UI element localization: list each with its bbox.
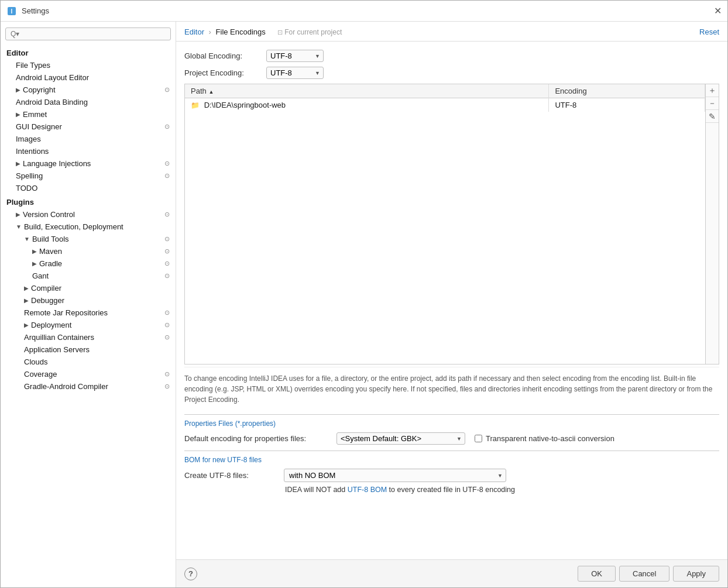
settings-icon: ⊙ bbox=[164, 160, 170, 167]
expand-icon: ▶ bbox=[24, 297, 29, 304]
sidebar-item-compiler[interactable]: ▶ Compiler bbox=[1, 282, 176, 294]
remove-row-button[interactable]: － bbox=[706, 97, 719, 110]
app-icon: I bbox=[6, 6, 17, 16]
sidebar-item-coverage[interactable]: Coverage ⊙ bbox=[1, 368, 176, 380]
cell-encoding: UTF-8 bbox=[549, 98, 705, 112]
sidebar-item-build-tools[interactable]: ▼ Build Tools ⊙ bbox=[1, 233, 176, 245]
search-container bbox=[1, 25, 176, 45]
sidebar-item-gradle[interactable]: ▶ Gradle ⊙ bbox=[1, 257, 176, 270]
folder-icon: 📁 bbox=[191, 101, 200, 109]
svg-text:I: I bbox=[11, 8, 13, 15]
sidebar-item-clouds[interactable]: Clouds bbox=[1, 356, 176, 368]
sort-icon: ▲ bbox=[208, 89, 214, 95]
sidebar-item-gradle-android[interactable]: Gradle-Android Compiler ⊙ bbox=[1, 380, 176, 393]
transparent-conversion-checkbox[interactable] bbox=[475, 435, 482, 442]
global-encoding-row: Global Encoding: UTF-8 UTF-16 ISO-8859-1 bbox=[184, 50, 719, 62]
sidebar-item-build-execution-deployment[interactable]: ▼ Build, Execution, Deployment bbox=[1, 221, 176, 233]
expand-icon: ▶ bbox=[16, 211, 20, 218]
table-row[interactable]: 📁 D:\IDEA\springboot-web UTF-8 bbox=[185, 98, 705, 112]
project-encoding-select[interactable]: UTF-8 UTF-16 ISO-8859-1 bbox=[266, 67, 324, 79]
sidebar-item-file-types[interactable]: File Types bbox=[1, 59, 176, 71]
expand-icon: ▶ bbox=[24, 285, 29, 291]
sidebar-item-gant[interactable]: Gant ⊙ bbox=[1, 270, 176, 282]
edit-row-button[interactable]: ✎ bbox=[706, 110, 719, 123]
table-actions: ＋ － ✎ bbox=[705, 84, 719, 364]
sidebar-item-copyright[interactable]: ▶ Copyright ⊙ bbox=[1, 84, 176, 96]
settings-icon: ⊙ bbox=[164, 321, 170, 329]
breadcrumb-parent[interactable]: Editor bbox=[184, 27, 204, 36]
settings-icon: ⊙ bbox=[164, 86, 170, 94]
breadcrumb-separator: › bbox=[209, 27, 211, 36]
settings-icon: ⊙ bbox=[164, 211, 170, 218]
col-path: Path ▲ bbox=[185, 84, 549, 98]
expand-icon: ▶ bbox=[16, 87, 20, 93]
help-button[interactable]: ? bbox=[184, 568, 197, 580]
utf8-bom-link[interactable]: UTF-8 BOM bbox=[348, 486, 387, 494]
ok-button[interactable]: OK bbox=[578, 566, 616, 582]
sidebar-item-android-data-binding[interactable]: Android Data Binding bbox=[1, 96, 176, 108]
for-current-project: ⊡ For current project bbox=[277, 28, 342, 36]
section-divider-properties bbox=[184, 414, 719, 415]
info-text: To change encoding IntelliJ IDEA uses fo… bbox=[184, 367, 719, 408]
breadcrumb: Editor › File Encodings bbox=[184, 27, 266, 36]
sidebar: Editor File Types Android Layout Editor … bbox=[1, 22, 176, 587]
sidebar-item-arquillian[interactable]: Arquillian Containers ⊙ bbox=[1, 331, 176, 343]
bom-create-select[interactable]: with NO BOM with BOM bbox=[284, 469, 506, 482]
settings-icon: ⊙ bbox=[164, 235, 170, 243]
bom-create-label: Create UTF-8 files: bbox=[184, 471, 284, 480]
project-encoding-label: Project Encoding: bbox=[184, 68, 266, 77]
bom-select-wrapper: with NO BOM with BOM bbox=[284, 469, 506, 482]
sidebar-item-remote-jar[interactable]: Remote Jar Repositories ⊙ bbox=[1, 307, 176, 319]
sidebar-item-todo[interactable]: TODO bbox=[1, 182, 176, 194]
settings-icon: ⊙ bbox=[164, 309, 170, 317]
col-encoding: Encoding bbox=[549, 84, 705, 98]
sidebar-item-android-layout-editor[interactable]: Android Layout Editor bbox=[1, 71, 176, 84]
settings-icon: ⊙ bbox=[164, 383, 170, 390]
project-encoding-select-wrapper: UTF-8 UTF-16 ISO-8859-1 bbox=[266, 67, 324, 79]
sidebar-item-intentions[interactable]: Intentions bbox=[1, 145, 176, 157]
sidebar-section-plugins: Plugins bbox=[1, 194, 176, 208]
main-content: Editor File Types Android Layout Editor … bbox=[1, 22, 727, 587]
global-encoding-select[interactable]: UTF-8 UTF-16 ISO-8859-1 bbox=[266, 50, 324, 62]
footer-buttons: OK Cancel Apply bbox=[578, 566, 719, 582]
expand-icon: ▶ bbox=[32, 260, 37, 267]
footer-left: ? bbox=[184, 568, 197, 580]
bom-create-row: Create UTF-8 files: with NO BOM with BOM bbox=[184, 469, 719, 482]
settings-icon: ⊙ bbox=[164, 123, 170, 130]
cell-path: 📁 D:\IDEA\springboot-web bbox=[185, 98, 549, 112]
sidebar-item-spelling[interactable]: Spelling ⊙ bbox=[1, 170, 176, 182]
content-header: Editor › File Encodings ⊡ For current pr… bbox=[176, 22, 727, 42]
properties-section-title: Properties Files (*.properties) bbox=[184, 419, 719, 428]
settings-icon: ⊙ bbox=[164, 247, 170, 255]
default-encoding-label: Default encoding for properties files: bbox=[184, 434, 336, 443]
reset-button[interactable]: Reset bbox=[699, 27, 719, 36]
encoding-table-outer: Path ▲ Encoding bbox=[184, 84, 719, 365]
apply-button[interactable]: Apply bbox=[673, 566, 719, 582]
settings-window: I Settings ✕ Editor File Types Android L… bbox=[0, 0, 728, 588]
sidebar-item-debugger[interactable]: ▶ Debugger bbox=[1, 294, 176, 307]
settings-icon: ⊙ bbox=[164, 370, 170, 378]
expand-icon: ▶ bbox=[32, 248, 37, 255]
sidebar-item-gui-designer[interactable]: GUI Designer ⊙ bbox=[1, 121, 176, 133]
search-input[interactable] bbox=[5, 27, 171, 40]
window-title: Settings bbox=[22, 6, 714, 15]
cancel-button[interactable]: Cancel bbox=[619, 566, 669, 582]
footer: ? OK Cancel Apply bbox=[176, 559, 727, 587]
settings-icon: ⊙ bbox=[164, 272, 170, 280]
settings-icon: ⊙ bbox=[164, 333, 170, 341]
default-encoding-select[interactable]: <System Default: GBK> UTF-8 ISO-8859-1 bbox=[336, 432, 465, 445]
settings-icon: ⊙ bbox=[164, 260, 170, 267]
sidebar-item-application-servers[interactable]: Application Servers bbox=[1, 343, 176, 356]
settings-icon: ⊙ bbox=[164, 172, 170, 180]
sidebar-item-maven[interactable]: ▶ Maven ⊙ bbox=[1, 245, 176, 257]
sidebar-item-images[interactable]: Images bbox=[1, 133, 176, 145]
sidebar-item-emmet[interactable]: ▶ Emmet bbox=[1, 108, 176, 121]
sidebar-item-deployment[interactable]: ▶ Deployment ⊙ bbox=[1, 319, 176, 331]
expand-icon: ▼ bbox=[24, 236, 30, 242]
close-button[interactable]: ✕ bbox=[714, 5, 722, 16]
sidebar-item-version-control[interactable]: ▶ Version Control ⊙ bbox=[1, 208, 176, 221]
add-row-button[interactable]: ＋ bbox=[706, 84, 719, 97]
global-encoding-label: Global Encoding: bbox=[184, 51, 266, 60]
sidebar-item-language-injections[interactable]: ▶ Language Injections ⊙ bbox=[1, 157, 176, 170]
expand-icon: ▶ bbox=[24, 322, 29, 328]
